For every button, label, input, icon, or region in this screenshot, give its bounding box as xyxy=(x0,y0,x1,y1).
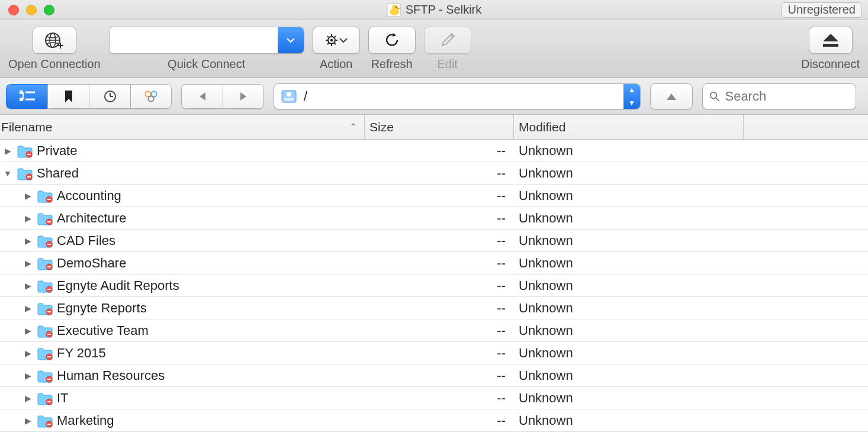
file-list[interactable]: Private--Unknown Shared--Unknown Account… xyxy=(0,140,868,432)
svg-rect-0 xyxy=(387,4,400,17)
size-cell: -- xyxy=(365,346,514,361)
svg-line-16 xyxy=(335,36,336,37)
filename-label: Egnyte Audit Reports xyxy=(57,278,179,293)
svg-line-17 xyxy=(327,43,329,44)
quick-connect-combobox[interactable] xyxy=(109,27,304,54)
column-filename-header[interactable]: Filename ⌃ xyxy=(0,115,365,139)
table-row[interactable]: DemoShare--Unknown xyxy=(0,252,868,275)
size-cell: -- xyxy=(365,301,514,316)
disclosure-triangle[interactable] xyxy=(22,416,33,425)
svg-point-1 xyxy=(390,8,399,15)
bonjour-view-button[interactable] xyxy=(130,84,172,109)
disclosure-triangle[interactable] xyxy=(22,371,33,380)
action-button[interactable] xyxy=(313,27,360,54)
column-size-header[interactable]: Size xyxy=(365,115,514,139)
disclosure-triangle[interactable] xyxy=(22,281,33,290)
disclosure-triangle[interactable] xyxy=(22,393,33,403)
svg-point-2 xyxy=(392,5,398,11)
quick-connect-dropdown-button[interactable] xyxy=(278,27,304,53)
size-cell: -- xyxy=(365,278,514,293)
table-row[interactable]: IT--Unknown xyxy=(0,387,868,409)
globe-plus-icon xyxy=(43,31,66,50)
disclosure-triangle[interactable] xyxy=(22,259,33,268)
size-cell: -- xyxy=(365,323,514,338)
svg-rect-40 xyxy=(27,176,31,177)
filename-label: Egnyte Reports xyxy=(57,301,147,316)
search-box[interactable] xyxy=(702,83,856,109)
disclosure-triangle[interactable] xyxy=(2,169,13,178)
triangle-left-icon xyxy=(197,91,208,102)
disconnect-button[interactable] xyxy=(809,27,853,54)
filename-label: Marketing xyxy=(57,413,114,428)
outline-view-button[interactable] xyxy=(6,84,47,109)
filename-cell: Private xyxy=(0,143,365,159)
filename-label: Accounting xyxy=(57,188,121,204)
disclosure-triangle[interactable] xyxy=(22,214,33,223)
bookmark-view-button[interactable] xyxy=(47,84,89,109)
search-icon xyxy=(709,90,720,103)
disclosure-triangle[interactable] xyxy=(22,236,33,246)
quick-connect-group: Quick Connect xyxy=(109,27,304,71)
size-cell: -- xyxy=(365,188,514,204)
path-combobox[interactable]: / ▲ ▼ xyxy=(274,83,641,109)
table-row[interactable]: Architecture--Unknown xyxy=(0,207,868,230)
action-label: Action xyxy=(320,57,353,71)
table-row[interactable]: Accounting--Unknown xyxy=(0,185,868,207)
table-row[interactable]: Egnyte Audit Reports--Unknown xyxy=(0,275,868,297)
bonjour-icon xyxy=(143,89,159,104)
modified-cell: Unknown xyxy=(514,166,744,181)
close-window-button[interactable] xyxy=(8,5,19,15)
svg-rect-52 xyxy=(47,311,51,312)
go-up-button[interactable] xyxy=(650,83,693,109)
column-modified-header[interactable]: Modified xyxy=(514,115,744,139)
nav-back-button[interactable] xyxy=(181,84,223,109)
title-bar: SFTP - Selkirk Unregistered xyxy=(0,0,868,20)
size-cell: -- xyxy=(365,368,514,383)
search-input[interactable] xyxy=(725,89,850,104)
open-connection-group: Open Connection xyxy=(8,27,101,71)
unregistered-button[interactable]: Unregistered xyxy=(781,2,862,18)
table-row[interactable]: FY 2015--Unknown xyxy=(0,342,868,364)
modified-cell: Unknown xyxy=(514,323,744,338)
refresh-group: Refresh xyxy=(368,27,416,71)
table-row[interactable]: Egnyte Reports--Unknown xyxy=(0,297,868,319)
quick-connect-input[interactable] xyxy=(110,27,278,53)
table-row[interactable]: Private--Unknown xyxy=(0,140,868,162)
filename-label: FY 2015 xyxy=(57,346,106,361)
svg-rect-20 xyxy=(823,44,838,47)
disk-icon xyxy=(279,88,299,105)
table-row[interactable]: Shared--Unknown xyxy=(0,162,868,185)
outline-icon xyxy=(18,89,36,104)
disclosure-triangle[interactable] xyxy=(22,326,33,335)
filename-cell: Egnyte Audit Reports xyxy=(0,278,365,293)
svg-rect-46 xyxy=(47,244,51,245)
folder-icon xyxy=(17,166,33,180)
size-cell: -- xyxy=(365,413,514,428)
disclosure-triangle[interactable] xyxy=(22,191,33,201)
svg-rect-54 xyxy=(47,334,51,335)
open-connection-button[interactable] xyxy=(33,27,76,54)
path-stepper[interactable]: ▲ ▼ xyxy=(623,83,640,109)
table-row[interactable]: CAD Files--Unknown xyxy=(0,230,868,252)
svg-rect-50 xyxy=(47,289,51,290)
table-row[interactable]: Executive Team--Unknown xyxy=(0,319,868,342)
disconnect-group: Disconnect xyxy=(801,27,860,71)
open-connection-label: Open Connection xyxy=(8,57,101,71)
refresh-button[interactable] xyxy=(368,27,416,54)
disclosure-triangle[interactable] xyxy=(22,304,33,313)
refresh-label: Refresh xyxy=(371,57,413,71)
history-view-button[interactable] xyxy=(89,84,130,109)
modified-cell: Unknown xyxy=(514,256,744,271)
table-row[interactable]: Marketing--Unknown xyxy=(0,409,868,432)
pencil-icon xyxy=(439,31,456,49)
minimize-window-button[interactable] xyxy=(26,5,37,15)
nav-forward-button[interactable] xyxy=(223,84,264,109)
table-row[interactable]: Human Resources--Unknown xyxy=(0,364,868,387)
svg-rect-56 xyxy=(47,356,51,357)
maximize-window-button[interactable] xyxy=(44,5,54,15)
disclosure-triangle[interactable] xyxy=(22,348,33,358)
disclosure-triangle[interactable] xyxy=(2,146,13,156)
chevron-up-icon: ▲ xyxy=(623,83,640,96)
filename-label: IT xyxy=(57,390,69,406)
view-segmented-control xyxy=(6,84,172,109)
